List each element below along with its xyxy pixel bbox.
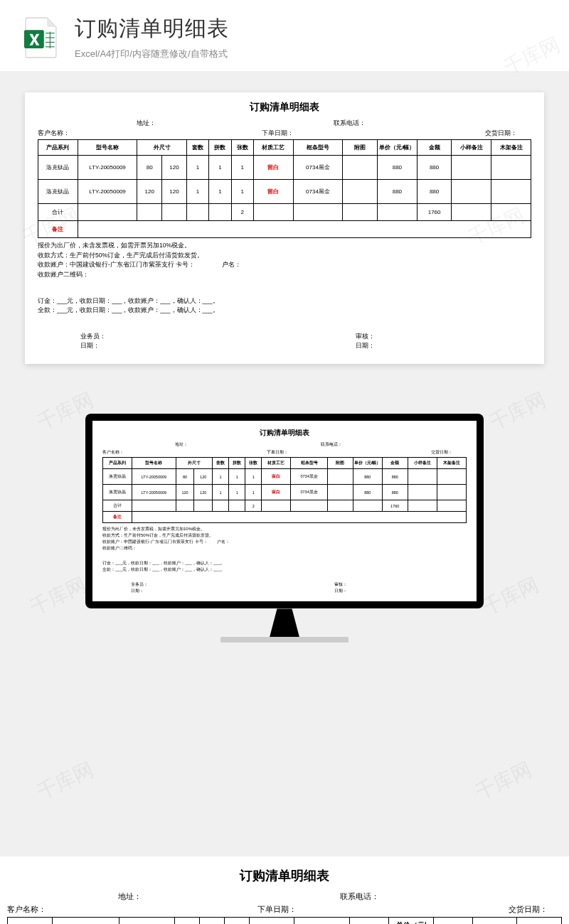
remark-label: 备注 xyxy=(38,221,78,238)
review-label: 审核： xyxy=(256,332,531,341)
col-series: 产品系列 xyxy=(38,140,78,156)
pay-line: 订金：___元，收款日期：___，收款账户：___，确认人：___。 xyxy=(38,296,531,306)
col-pin: 拼数 xyxy=(209,140,231,156)
header-text: 订购清单明细表 Excel/A4打印/内容随意修改/自带格式 xyxy=(75,14,229,60)
col-note1: 小样备注 xyxy=(452,140,491,156)
col-sheets: 张数 xyxy=(231,140,253,156)
col-model: 型号名称 xyxy=(78,140,137,156)
total-label: 合计 xyxy=(38,204,78,221)
date-label: 日期： xyxy=(38,341,256,350)
customer-label: 客户名称： xyxy=(38,129,198,138)
notes-block: 报价为出厂价，未含发票税，如需开票另加10%税金。 收款方式：生产前付50%订金… xyxy=(38,241,531,279)
col-amount: 金额 xyxy=(417,140,452,156)
table-total-row: 合计21760 xyxy=(38,204,531,221)
col-craft: 材质工艺 xyxy=(253,140,293,156)
page-subtitle: Excel/A4打印/内容随意修改/自带格式 xyxy=(75,48,229,60)
payment-block: 订金：___元，收款日期：___，收款账户：___，确认人：___。 全款：__… xyxy=(38,296,531,315)
note-line: 收款账户：中国建设银行-广东省江门市紫茶支行 卡号： 户名： xyxy=(38,260,531,270)
phone-label: 联系电话： xyxy=(334,119,432,128)
col-note2: 木架备注 xyxy=(491,140,531,156)
note-line: 收款账户二维码： xyxy=(38,270,531,280)
bottom-crop-sheet: 订购清单明细表 地址：联系电话： 客户名称：下单日期：交货日期： 产品系列型号名… xyxy=(0,856,569,924)
col-size: 外尺寸 xyxy=(137,140,187,156)
note-line: 报价为出厂价，未含发票税，如需开票另加10%税金。 xyxy=(38,241,531,251)
sheet-title: 订购清单明细表 xyxy=(38,101,531,114)
table-header-row: 产品系列 型号名称 外尺寸 套数 拼数 张数 材质工艺 框条型号 附图 单价（元… xyxy=(38,140,531,156)
deliver-label: 交货日期： xyxy=(357,129,531,138)
col-price: 单价（元/幅） xyxy=(378,140,418,156)
order-table: 产品系列 型号名称 外尺寸 套数 拼数 张数 材质工艺 框条型号 附图 单价（元… xyxy=(38,139,531,238)
order-date-label: 下单日期： xyxy=(198,129,358,138)
order-sheet: 订购清单明细表 地址： 联系电话： 客户名称： 下单日期： 交货日期： 产品系列… xyxy=(25,92,544,364)
excel-icon xyxy=(21,16,60,59)
note-line: 收款方式：生产前付50%订金，生产完成后付清货款发货。 xyxy=(38,251,531,261)
col-sets: 套数 xyxy=(186,140,208,156)
page-title: 订购清单明细表 xyxy=(75,14,229,43)
table-row: 洛克钛晶LTY-2005000980120111留白0734黑金880880 xyxy=(38,156,531,180)
info-row-2: 客户名称： 下单日期： 交货日期： xyxy=(38,129,531,138)
sales-label: 业务员： xyxy=(38,332,256,341)
addr-label: 地址： xyxy=(137,119,235,128)
table-row: 洛克钛晶LTY-20050009120120111留白0734黑金880880 xyxy=(38,180,531,204)
table-remark-row: 备注 xyxy=(38,221,531,238)
preview-zone: 订购清单明细表 地址： 联系电话： 客户名称： 下单日期： 交货日期： 产品系列… xyxy=(0,71,569,385)
date-label: 日期： xyxy=(256,341,531,350)
page-header: 订购清单明细表 Excel/A4打印/内容随意修改/自带格式 xyxy=(0,0,569,71)
monitor-mockup: 订购清单明细表 地址：联系电话： 客户名称：下单日期：交货日期： 产品系列型号名… xyxy=(0,385,569,685)
watermark: 千库网 xyxy=(471,756,536,806)
watermark: 千库网 xyxy=(33,756,98,806)
col-img: 附图 xyxy=(343,140,378,156)
pay-line: 全款：___元，收款日期：___，收款账户：___，确认人：___。 xyxy=(38,306,531,315)
signature-block: 业务员： 审核： 日期： 日期： xyxy=(38,332,531,350)
col-frame: 框条型号 xyxy=(293,140,343,156)
info-row-1: 地址： 联系电话： xyxy=(38,119,531,128)
